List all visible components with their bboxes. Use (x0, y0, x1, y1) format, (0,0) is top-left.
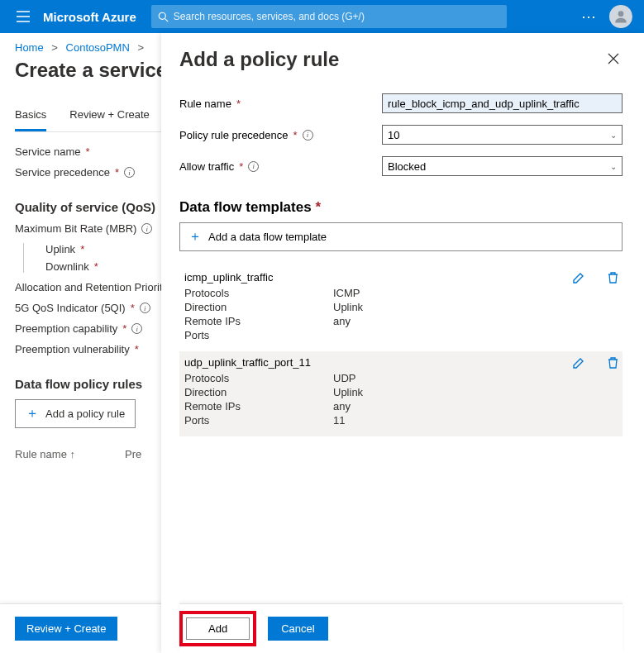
col-rule-name[interactable]: Rule name ↑ (15, 448, 75, 460)
label-service-name: Service name (15, 145, 80, 158)
breadcrumb-item[interactable]: ContosoPMN (66, 41, 130, 54)
svg-line-1 (165, 18, 168, 21)
panel-footer: Add Cancel (179, 603, 623, 653)
add-policy-rule-panel: Add a policy rule Rule name* Policy rule… (161, 33, 644, 653)
label-preempt-vuln: Preemption vulnerability (15, 343, 130, 355)
info-icon[interactable]: i (124, 167, 135, 178)
delete-icon[interactable] (607, 356, 619, 373)
chevron-down-icon: ⌄ (610, 162, 617, 171)
edit-icon[interactable] (572, 356, 585, 373)
plus-icon: ＋ (26, 405, 39, 422)
template-name: icmp_uplink_traffic (184, 271, 618, 284)
breadcrumb-home[interactable]: Home (15, 41, 44, 54)
k-remoteips: Remote IPs (184, 315, 333, 327)
info-icon[interactable]: i (303, 130, 313, 141)
data-flow-template-card: icmp_uplink_trafficProtocolsICMPDirectio… (179, 266, 623, 351)
v-remoteips: any (333, 315, 351, 327)
svg-point-0 (159, 12, 165, 19)
close-icon[interactable] (604, 48, 623, 72)
rule-name-input[interactable] (382, 93, 623, 113)
k-direction: Direction (184, 386, 333, 398)
label-rule-name: Rule name (179, 98, 231, 110)
label-allocation: Allocation and Retention Priority (15, 281, 168, 293)
add-template-label: Add a data flow template (208, 231, 327, 243)
info-icon[interactable]: i (140, 303, 150, 313)
k-protocols: Protocols (184, 372, 333, 384)
k-direction: Direction (184, 301, 333, 313)
more-icon[interactable]: ⋯ (581, 7, 598, 26)
precedence-value: 10 (388, 129, 399, 141)
chevron-down-icon: ⌄ (610, 131, 617, 140)
v-protocols: ICMP (333, 287, 360, 299)
menu-icon[interactable] (7, 11, 40, 22)
brand-label: Microsoft Azure (43, 10, 136, 24)
plus-icon: ＋ (188, 228, 202, 245)
v-ports: 11 (333, 414, 345, 427)
search-input[interactable] (174, 11, 500, 22)
precedence-select[interactable]: 10 ⌄ (382, 125, 623, 145)
panel-title: Add a policy rule (179, 48, 339, 71)
search-icon (158, 12, 169, 22)
data-flow-template-card: udp_uplink_traffic_port_11ProtocolsUDPDi… (179, 351, 623, 436)
tab-basics[interactable]: Basics (15, 103, 46, 131)
info-icon[interactable]: i (248, 161, 259, 172)
templates-heading: Data flow templates * (179, 199, 623, 216)
add-data-flow-template-button[interactable]: ＋ Add a data flow template (179, 222, 623, 251)
info-icon[interactable]: i (141, 223, 152, 234)
svg-point-2 (618, 11, 624, 17)
cancel-button[interactable]: Cancel (268, 617, 327, 641)
label-service-precedence: Service precedence (15, 166, 110, 179)
label-precedence: Policy rule precedence (179, 129, 289, 141)
add-button[interactable]: Add (186, 617, 250, 640)
tab-review-create[interactable]: Review + Create (69, 103, 149, 131)
page-footer: Review + Create (0, 603, 161, 653)
k-ports: Ports (184, 329, 333, 341)
col-pre[interactable]: Pre (125, 448, 141, 460)
k-ports: Ports (184, 414, 333, 427)
global-search[interactable] (151, 5, 507, 28)
review-create-button[interactable]: Review + Create (15, 617, 117, 641)
label-uplink: Uplink (45, 243, 75, 255)
label-5gqos: 5G QoS Indicator (5QI) (15, 302, 126, 314)
v-direction: Uplink (333, 301, 363, 313)
info-icon[interactable]: i (131, 323, 142, 334)
label-mbr: Maximum Bit Rate (MBR) (15, 222, 136, 235)
allow-traffic-select[interactable]: Blocked ⌄ (382, 156, 623, 176)
edit-icon[interactable] (572, 271, 585, 288)
allow-traffic-value: Blocked (388, 160, 426, 173)
label-preempt-cap: Preemption capability (15, 322, 117, 335)
k-remoteips: Remote IPs (184, 400, 333, 412)
label-downlink: Downlink (45, 260, 89, 273)
add-policy-rule-button[interactable]: ＋ Add a policy rule (15, 399, 136, 428)
template-name: udp_uplink_traffic_port_11 (184, 356, 618, 369)
top-bar: Microsoft Azure ⋯ (0, 0, 644, 33)
add-policy-rule-label: Add a policy rule (45, 408, 125, 420)
v-remoteips: any (333, 400, 351, 412)
templates-list: icmp_uplink_trafficProtocolsICMPDirectio… (179, 266, 623, 436)
k-protocols: Protocols (184, 287, 333, 299)
v-direction: Uplink (333, 386, 363, 398)
delete-icon[interactable] (607, 271, 619, 288)
avatar[interactable] (609, 5, 632, 28)
add-button-highlight: Add (179, 611, 256, 646)
v-protocols: UDP (333, 372, 355, 384)
label-allow-traffic: Allow traffic (179, 160, 234, 173)
